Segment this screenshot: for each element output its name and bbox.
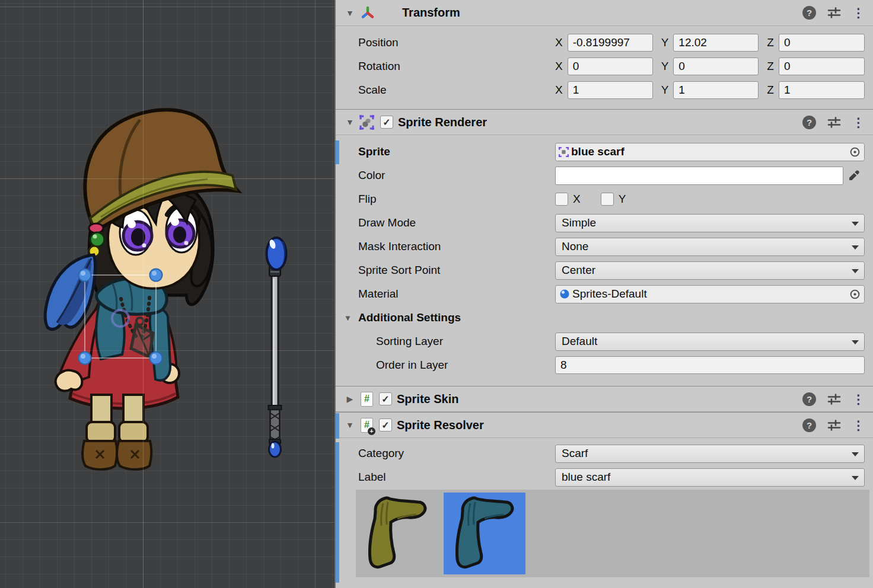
color-swatch[interactable] <box>555 167 843 185</box>
sprite-sort-point-dropdown[interactable]: Center <box>555 261 865 280</box>
additional-settings-label: Additional Settings <box>358 311 461 324</box>
chevron-down-icon <box>852 476 859 480</box>
category-dropdown[interactable]: Scarf <box>555 445 865 463</box>
material-value: Sprites-Default <box>572 287 845 301</box>
enabled-checkbox[interactable]: ✓ <box>379 418 392 432</box>
foldout-icon[interactable]: ▼ <box>344 117 356 127</box>
foldout-icon[interactable]: ▶ <box>344 394 356 404</box>
axis-label: Z <box>767 36 774 49</box>
sprite-variant-strip <box>356 490 869 577</box>
sprite-value: blue scarf <box>571 145 845 158</box>
flip-x-checkbox[interactable] <box>555 193 568 206</box>
enabled-checkbox[interactable]: ✓ <box>379 392 392 405</box>
chevron-down-icon <box>852 269 859 273</box>
chevron-down-icon <box>852 222 859 226</box>
flip-y-label: Y <box>619 193 626 206</box>
sprite-object-field[interactable]: blue scarf <box>555 143 865 161</box>
scale-x-field[interactable]: 1 <box>568 81 653 99</box>
help-icon[interactable]: ? <box>802 418 816 432</box>
more-menu-icon[interactable]: ⋮ <box>852 7 865 19</box>
field-label: Color <box>358 169 555 182</box>
character-sprite[interactable] <box>45 110 238 469</box>
field-label: Scale <box>358 84 555 97</box>
axis-label: Z <box>767 60 774 73</box>
position-y-field[interactable]: 12.02 <box>673 34 759 52</box>
position-x-field[interactable]: -0.8199997 <box>568 34 653 52</box>
flip-x-label: X <box>573 193 581 206</box>
color-row: Color <box>336 164 873 187</box>
sprite-renderer-header[interactable]: ▼ ✓ Sprite Renderer ? ⋮ <box>336 109 873 135</box>
presets-icon[interactable] <box>827 420 841 431</box>
hat-bead-red <box>89 223 103 233</box>
dropdown-value: blue scarf <box>562 471 610 484</box>
scale-z-field[interactable]: 1 <box>779 81 865 99</box>
chevron-down-icon <box>852 245 859 250</box>
transform-header[interactable]: ▼ Transform ? ⋮ <box>336 0 873 26</box>
override-bar-sprite <box>336 140 339 164</box>
variant-thumbnail-green-scarf[interactable] <box>356 493 438 574</box>
field-label: Category <box>358 447 555 460</box>
script-icon: # <box>361 392 373 407</box>
inspector-panel: ▼ Transform ? ⋮ Position <box>334 0 873 588</box>
more-menu-icon[interactable]: ⋮ <box>852 393 865 405</box>
field-label: Flip <box>358 193 555 206</box>
scale-row: Scale X 1 Y 1 Z 1 <box>336 78 873 102</box>
field-label: Order in Layer <box>358 359 555 372</box>
help-icon[interactable]: ? <box>802 6 816 20</box>
script-plus-icon: #+ <box>361 418 373 433</box>
presets-icon[interactable] <box>827 7 841 18</box>
field-label: Mask Interaction <box>358 240 555 253</box>
eyedropper-icon[interactable] <box>843 167 865 185</box>
order-in-layer-field[interactable]: 8 <box>555 356 865 374</box>
component-title: Sprite Skin <box>397 392 802 406</box>
field-label: Sprite Sort Point <box>358 264 555 277</box>
help-icon[interactable]: ? <box>802 392 816 406</box>
rotation-z-field[interactable]: 0 <box>779 57 865 75</box>
sorting-layer-row: Sorting Layer Default <box>336 330 873 353</box>
help-icon[interactable]: ? <box>802 116 816 129</box>
object-picker-icon[interactable] <box>845 286 864 303</box>
presets-icon[interactable] <box>827 394 841 405</box>
staff-sprite[interactable] <box>267 238 286 457</box>
dropdown-value: None <box>562 240 588 253</box>
scene-view[interactable] <box>0 0 334 588</box>
enabled-checkbox[interactable]: ✓ <box>380 116 393 129</box>
scale-y-field[interactable]: 1 <box>673 81 759 99</box>
more-menu-icon[interactable]: ⋮ <box>852 116 865 129</box>
chevron-down-icon <box>852 452 859 456</box>
variant-thumbnail-blue-scarf-selected[interactable] <box>444 493 525 574</box>
override-bar-resolver-header <box>336 413 339 439</box>
dropdown-value: Simple <box>562 216 596 229</box>
more-menu-icon[interactable]: ⋮ <box>852 419 865 432</box>
foldout-icon[interactable]: ▼ <box>344 420 356 430</box>
draw-mode-dropdown[interactable]: Simple <box>555 214 865 232</box>
additional-settings-row[interactable]: ▼ Additional Settings <box>336 306 873 330</box>
sprite-sort-point-row: Sprite Sort Point Center <box>336 258 873 282</box>
mask-interaction-row: Mask Interaction None <box>336 235 873 258</box>
staff-bottom-gem <box>269 442 281 457</box>
object-picker-icon[interactable] <box>845 143 864 161</box>
foldout-icon[interactable]: ▼ <box>344 314 358 322</box>
field-label: Position <box>358 36 555 49</box>
sprite-skin-header[interactable]: ▶ # ✓ Sprite Skin ? ⋮ <box>336 386 873 412</box>
flip-y-checkbox[interactable] <box>601 193 614 206</box>
material-object-field[interactable]: Sprites-Default <box>555 285 865 303</box>
position-z-field[interactable]: 0 <box>779 34 865 52</box>
mask-interaction-dropdown[interactable]: None <box>555 238 865 256</box>
rotation-x-field[interactable]: 0 <box>568 57 653 75</box>
field-label: Label <box>358 471 555 484</box>
hat-bead-green <box>90 232 104 247</box>
override-bar-resolver-body <box>336 442 339 583</box>
sorting-layer-dropdown[interactable]: Default <box>555 333 865 351</box>
rotation-y-field[interactable]: 0 <box>673 57 759 75</box>
foldout-icon[interactable]: ▼ <box>344 8 356 18</box>
dropdown-value: Scarf <box>562 447 588 460</box>
field-label: Rotation <box>358 60 555 73</box>
label-dropdown[interactable]: blue scarf <box>555 468 865 487</box>
axis-label: Y <box>661 84 669 97</box>
chevron-down-icon <box>852 340 859 344</box>
presets-icon[interactable] <box>827 117 841 128</box>
unity-editor: ▼ Transform ? ⋮ Position <box>0 0 873 588</box>
sprite-renderer-body: Sprite blue scarf <box>336 135 873 386</box>
sprite-resolver-header[interactable]: ▼ #+ ✓ Sprite Resolver ? ⋮ <box>336 412 873 438</box>
